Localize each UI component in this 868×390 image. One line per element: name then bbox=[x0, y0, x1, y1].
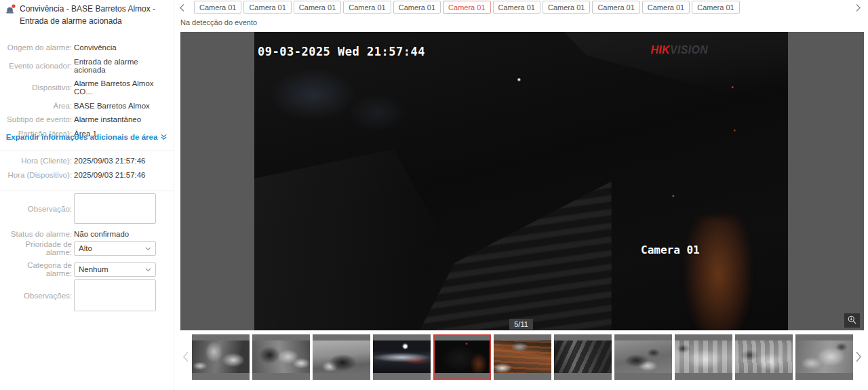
event-thumbnail[interactable] bbox=[494, 334, 551, 380]
thumbnail-next-button[interactable] bbox=[855, 351, 863, 365]
camera-tab[interactable]: Camera 01 bbox=[542, 1, 590, 14]
alarm-time-fields: Hora (Cliente): 2025/09/03 21:57:46 Hora… bbox=[0, 157, 171, 179]
field-value: 2025/09/03 21:57:46 bbox=[74, 171, 146, 179]
thumbnail-image bbox=[435, 340, 490, 373]
chevron-left-icon bbox=[182, 355, 189, 365]
event-thumbnail[interactable] bbox=[614, 334, 672, 380]
event-thumbnail[interactable] bbox=[313, 334, 370, 380]
chevron-right-icon bbox=[855, 4, 861, 14]
chevron-left-icon bbox=[179, 4, 185, 14]
alarm-device-red-dot-icon bbox=[5, 4, 16, 17]
camera-tab[interactable]: Camera 01 bbox=[493, 1, 540, 14]
thumbnail-strip bbox=[180, 334, 864, 380]
chevron-down-icon bbox=[145, 244, 151, 252]
field-label: Prioridade de alarme: bbox=[0, 240, 72, 256]
video-stage: 09-03-2025 Wed 21:57:44 HIKVISION Camera… bbox=[180, 32, 864, 330]
alarm-priority-row: Prioridade de alarme: Alto bbox=[0, 240, 171, 256]
chevron-right-icon bbox=[855, 355, 863, 365]
camera-tab-bar: Camera 01Camera 01Camera 01Camera 01Came… bbox=[194, 1, 740, 14]
observacao-textarea[interactable] bbox=[74, 193, 156, 224]
thumbnail-image bbox=[795, 340, 853, 373]
thumbnail-image bbox=[373, 340, 431, 373]
camera-tab[interactable]: Camera 01 bbox=[294, 1, 341, 14]
priority-select-value: Alto bbox=[79, 244, 92, 252]
tab-scroll-left-button[interactable] bbox=[178, 2, 186, 16]
digital-zoom-button[interactable] bbox=[844, 313, 860, 328]
event-thumbnail[interactable] bbox=[735, 334, 793, 380]
alarm-field-row: Área: BASE Barretos Almox bbox=[0, 102, 171, 110]
field-label: Dispositivo: bbox=[0, 83, 72, 92]
osd-timestamp: 09-03-2025 Wed 21:57:44 bbox=[258, 45, 425, 58]
hikvision-logo-vision: VISION bbox=[670, 44, 708, 56]
alarm-field-row: Hora (Dispositivo): 2025/09/03 21:57:46 bbox=[0, 171, 171, 179]
camera-tab[interactable]: Camera 01 bbox=[642, 1, 690, 14]
frame-counter-badge: 5/11 bbox=[509, 319, 533, 330]
thumbnail-image bbox=[494, 340, 551, 373]
field-label: Observação: bbox=[0, 205, 72, 213]
observation-row: Observação: bbox=[0, 193, 171, 224]
magnifier-zoom-icon bbox=[848, 315, 856, 326]
camera-tab[interactable]: Camera 01 bbox=[243, 1, 291, 14]
tab-scroll-right-button[interactable] bbox=[854, 2, 863, 16]
divider bbox=[0, 191, 174, 191]
event-thumbnail[interactable] bbox=[433, 334, 491, 380]
alarm-category-row: Categoria de alarme: Nenhum bbox=[0, 261, 171, 277]
alarm-field-row: Evento acionador: Entrada de alarme acio… bbox=[0, 58, 171, 74]
camera-tab[interactable]: Camera 01 bbox=[692, 1, 739, 14]
alarm-header: Convivência - BASE Barretos Almox - Entr… bbox=[5, 3, 170, 27]
alarm-field-row: Hora (Cliente): 2025/09/03 21:57:46 bbox=[0, 157, 171, 165]
thumbnail-image bbox=[192, 340, 250, 373]
field-label: Observações: bbox=[0, 292, 72, 300]
thumbnail-image bbox=[252, 340, 310, 373]
camera-tab[interactable]: Camera 01 bbox=[592, 1, 639, 14]
alarm-field-row: Origem do alarme: Convivência bbox=[0, 43, 171, 52]
event-thumbnail[interactable] bbox=[795, 334, 853, 380]
double-chevron-down-icon bbox=[157, 133, 167, 141]
thumbnail-image bbox=[675, 340, 732, 373]
video-frame: 09-03-2025 Wed 21:57:44 HIKVISION Camera… bbox=[254, 32, 788, 330]
field-label: Área: bbox=[0, 102, 72, 110]
alarm-info-fields: Origem do alarme: Convivência Evento aci… bbox=[0, 43, 171, 138]
field-label: Evento acionador: bbox=[0, 62, 72, 70]
expand-area-info-link[interactable]: Expandir informações adicionais de área bbox=[0, 133, 174, 141]
field-label: Subtipo de evento: bbox=[0, 115, 72, 123]
thumbnail-prev-button[interactable] bbox=[182, 351, 189, 365]
alarm-title: Convivência - BASE Barretos Almox - Entr… bbox=[20, 3, 170, 27]
osd-camera-name: Camera 01 bbox=[641, 243, 700, 256]
alarm-details-panel: Convivência - BASE Barretos Almox - Entr… bbox=[0, 0, 174, 390]
alarm-status-row: Status do alarme: Não confirmado bbox=[0, 230, 171, 238]
event-thumbnail[interactable] bbox=[373, 334, 431, 380]
frame-counter-wrap: 5/11 bbox=[254, 317, 788, 330]
event-phase-label: Na detecção do evento bbox=[180, 18, 257, 26]
hikvision-logo-hik: HIK bbox=[650, 44, 669, 56]
camera-tab[interactable]: Camera 01 bbox=[443, 1, 490, 14]
scene-person-glow bbox=[686, 217, 751, 330]
thumbnail-image bbox=[313, 340, 370, 373]
field-value: 2025/09/03 21:57:46 bbox=[74, 157, 146, 165]
field-value: Alarme Barretos Almox CO... bbox=[74, 79, 171, 96]
chevron-down-icon bbox=[145, 265, 151, 273]
camera-tab[interactable]: Camera 01 bbox=[343, 1, 391, 14]
observacoes-textarea[interactable] bbox=[74, 279, 156, 311]
category-select[interactable]: Nenhum bbox=[74, 262, 156, 277]
divider bbox=[0, 151, 174, 151]
event-thumbnail[interactable] bbox=[675, 334, 732, 380]
priority-select[interactable]: Alto bbox=[74, 241, 156, 256]
field-label: Origem do alarme: bbox=[0, 43, 72, 52]
alarm-field-row: Dispositivo: Alarme Barretos Almox CO... bbox=[0, 79, 171, 96]
thumbnail-image bbox=[735, 340, 793, 373]
field-value: Entrada de alarme acionada bbox=[74, 58, 171, 74]
event-thumbnail[interactable] bbox=[192, 334, 250, 380]
field-value: Alarme instantâneo bbox=[74, 115, 141, 123]
field-label: Categoria de alarme: bbox=[0, 261, 72, 277]
hikvision-logo: HIKVISION bbox=[650, 44, 708, 56]
event-thumbnail[interactable] bbox=[252, 334, 310, 380]
field-label: Hora (Dispositivo): bbox=[0, 171, 72, 179]
camera-tab[interactable]: Camera 01 bbox=[393, 1, 441, 14]
thumbnail-image bbox=[614, 340, 672, 373]
expand-link-label: Expandir informações adicionais de área bbox=[6, 133, 158, 141]
field-value: BASE Barretos Almox bbox=[74, 102, 150, 110]
camera-tab[interactable]: Camera 01 bbox=[194, 1, 241, 14]
event-thumbnail[interactable] bbox=[554, 334, 612, 380]
field-label: Status do alarme: bbox=[0, 230, 72, 238]
